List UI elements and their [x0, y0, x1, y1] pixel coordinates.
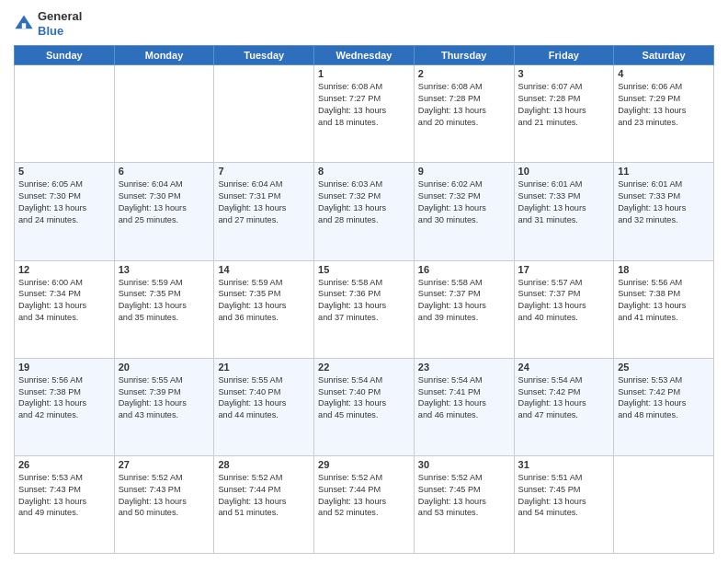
day-number: 28 [218, 459, 310, 470]
cell-info: Sunrise: 6:02 AMSunset: 7:32 PMDaylight:… [418, 178, 510, 226]
weekday-header-tuesday: Tuesday [214, 46, 314, 65]
calendar-cell: 10Sunrise: 6:01 AMSunset: 7:33 PMDayligh… [514, 163, 614, 260]
cell-info: Sunrise: 5:52 AMSunset: 7:44 PMDaylight:… [318, 472, 410, 520]
day-number: 11 [618, 166, 710, 177]
calendar-cell: 21Sunrise: 5:55 AMSunset: 7:40 PMDayligh… [214, 358, 314, 455]
calendar-cell: 30Sunrise: 5:52 AMSunset: 7:45 PMDayligh… [414, 455, 514, 553]
weekday-header-thursday: Thursday [414, 46, 514, 65]
cell-info: Sunrise: 5:55 AMSunset: 7:40 PMDaylight:… [218, 374, 310, 422]
calendar-cell: 25Sunrise: 5:53 AMSunset: 7:42 PMDayligh… [614, 358, 714, 455]
logo-text: General Blue [38, 9, 82, 38]
logo-blue: Blue [38, 24, 63, 38]
cell-info: Sunrise: 5:51 AMSunset: 7:45 PMDaylight:… [518, 472, 610, 520]
cell-info: Sunrise: 5:55 AMSunset: 7:39 PMDaylight:… [119, 374, 210, 422]
day-number: 18 [618, 264, 710, 275]
logo: General Blue [14, 9, 82, 38]
day-number: 14 [218, 264, 310, 275]
day-number: 31 [518, 459, 610, 470]
cell-info: Sunrise: 6:05 AMSunset: 7:30 PMDaylight:… [18, 178, 110, 226]
calendar-cell: 11Sunrise: 6:01 AMSunset: 7:33 PMDayligh… [614, 163, 714, 260]
calendar-cell: 2Sunrise: 6:08 AMSunset: 7:28 PMDaylight… [414, 65, 514, 163]
calendar-cell: 14Sunrise: 5:59 AMSunset: 7:35 PMDayligh… [214, 260, 314, 358]
calendar-cell: 1Sunrise: 6:08 AMSunset: 7:27 PMDaylight… [314, 65, 415, 163]
calendar-cell: 5Sunrise: 6:05 AMSunset: 7:30 PMDaylight… [15, 163, 115, 260]
day-number: 20 [119, 362, 210, 373]
calendar-cell: 24Sunrise: 5:54 AMSunset: 7:42 PMDayligh… [514, 358, 614, 455]
day-number: 23 [418, 362, 510, 373]
day-number: 8 [318, 166, 410, 177]
calendar-cell: 29Sunrise: 5:52 AMSunset: 7:44 PMDayligh… [314, 455, 415, 553]
cell-info: Sunrise: 5:58 AMSunset: 7:37 PMDaylight:… [418, 277, 510, 325]
calendar-cell: 4Sunrise: 6:06 AMSunset: 7:29 PMDaylight… [614, 65, 714, 163]
calendar-cell: 17Sunrise: 5:57 AMSunset: 7:37 PMDayligh… [514, 260, 614, 358]
calendar-cell [214, 65, 314, 163]
cell-info: Sunrise: 6:08 AMSunset: 7:28 PMDaylight:… [418, 81, 510, 129]
calendar-body: 1Sunrise: 6:08 AMSunset: 7:27 PMDaylight… [15, 65, 714, 554]
calendar-cell: 19Sunrise: 5:56 AMSunset: 7:38 PMDayligh… [15, 358, 115, 455]
day-number: 5 [18, 166, 110, 177]
weekday-header-wednesday: Wednesday [314, 46, 415, 65]
day-number: 24 [518, 362, 610, 373]
cell-info: Sunrise: 6:01 AMSunset: 7:33 PMDaylight:… [618, 178, 710, 226]
calendar-cell: 18Sunrise: 5:56 AMSunset: 7:38 PMDayligh… [614, 260, 714, 358]
cell-info: Sunrise: 5:53 AMSunset: 7:43 PMDaylight:… [18, 472, 110, 520]
page: General Blue SundayMondayTuesdayWednesda… [0, 0, 728, 563]
day-number: 16 [418, 264, 510, 275]
cell-info: Sunrise: 5:57 AMSunset: 7:37 PMDaylight:… [518, 277, 610, 325]
cell-info: Sunrise: 5:56 AMSunset: 7:38 PMDaylight:… [618, 277, 710, 325]
calendar-cell: 26Sunrise: 5:53 AMSunset: 7:43 PMDayligh… [15, 455, 115, 553]
calendar-cell: 8Sunrise: 6:03 AMSunset: 7:32 PMDaylight… [314, 163, 415, 260]
cell-info: Sunrise: 5:59 AMSunset: 7:35 PMDaylight:… [119, 277, 210, 325]
day-number: 10 [518, 166, 610, 177]
weekday-header-friday: Friday [514, 46, 614, 65]
week-row-4: 19Sunrise: 5:56 AMSunset: 7:38 PMDayligh… [15, 358, 714, 455]
cell-info: Sunrise: 5:52 AMSunset: 7:44 PMDaylight:… [218, 472, 310, 520]
day-number: 1 [318, 68, 410, 79]
calendar-cell: 16Sunrise: 5:58 AMSunset: 7:37 PMDayligh… [414, 260, 514, 358]
day-number: 2 [418, 68, 510, 79]
day-number: 13 [119, 264, 210, 275]
calendar: SundayMondayTuesdayWednesdayThursdayFrid… [14, 45, 714, 554]
cell-info: Sunrise: 5:59 AMSunset: 7:35 PMDaylight:… [218, 277, 310, 325]
cell-info: Sunrise: 6:07 AMSunset: 7:28 PMDaylight:… [518, 81, 610, 129]
logo-icon [14, 14, 34, 34]
day-number: 7 [218, 166, 310, 177]
cell-info: Sunrise: 6:04 AMSunset: 7:30 PMDaylight:… [119, 178, 210, 226]
calendar-cell [15, 65, 115, 163]
cell-info: Sunrise: 6:01 AMSunset: 7:33 PMDaylight:… [518, 178, 610, 226]
calendar-cell: 3Sunrise: 6:07 AMSunset: 7:28 PMDaylight… [514, 65, 614, 163]
week-row-1: 1Sunrise: 6:08 AMSunset: 7:27 PMDaylight… [15, 65, 714, 163]
cell-info: Sunrise: 6:03 AMSunset: 7:32 PMDaylight:… [318, 178, 410, 226]
cell-info: Sunrise: 5:56 AMSunset: 7:38 PMDaylight:… [18, 374, 110, 422]
cell-info: Sunrise: 6:08 AMSunset: 7:27 PMDaylight:… [318, 81, 410, 129]
calendar-cell [114, 65, 214, 163]
calendar-cell: 28Sunrise: 5:52 AMSunset: 7:44 PMDayligh… [214, 455, 314, 553]
day-number: 3 [518, 68, 610, 79]
day-number: 6 [119, 166, 210, 177]
calendar-cell: 15Sunrise: 5:58 AMSunset: 7:36 PMDayligh… [314, 260, 415, 358]
day-number: 15 [318, 264, 410, 275]
cell-info: Sunrise: 6:04 AMSunset: 7:31 PMDaylight:… [218, 178, 310, 226]
calendar-cell: 27Sunrise: 5:52 AMSunset: 7:43 PMDayligh… [114, 455, 214, 553]
calendar-cell: 22Sunrise: 5:54 AMSunset: 7:40 PMDayligh… [314, 358, 415, 455]
calendar-cell: 9Sunrise: 6:02 AMSunset: 7:32 PMDaylight… [414, 163, 514, 260]
calendar-cell: 13Sunrise: 5:59 AMSunset: 7:35 PMDayligh… [114, 260, 214, 358]
cell-info: Sunrise: 5:54 AMSunset: 7:40 PMDaylight:… [318, 374, 410, 422]
calendar-cell: 6Sunrise: 6:04 AMSunset: 7:30 PMDaylight… [114, 163, 214, 260]
day-number: 29 [318, 459, 410, 470]
calendar-cell: 7Sunrise: 6:04 AMSunset: 7:31 PMDaylight… [214, 163, 314, 260]
header: General Blue [14, 9, 714, 38]
cell-info: Sunrise: 5:58 AMSunset: 7:36 PMDaylight:… [318, 277, 410, 325]
week-row-3: 12Sunrise: 6:00 AMSunset: 7:34 PMDayligh… [15, 260, 714, 358]
day-number: 25 [618, 362, 710, 373]
svg-rect-1 [22, 23, 26, 29]
calendar-cell: 12Sunrise: 6:00 AMSunset: 7:34 PMDayligh… [15, 260, 115, 358]
cell-info: Sunrise: 5:52 AMSunset: 7:43 PMDaylight:… [119, 472, 210, 520]
calendar-header: SundayMondayTuesdayWednesdayThursdayFrid… [15, 46, 714, 65]
day-number: 4 [618, 68, 710, 79]
day-number: 21 [218, 362, 310, 373]
logo-general: General [38, 9, 82, 23]
day-number: 27 [119, 459, 210, 470]
cell-info: Sunrise: 6:06 AMSunset: 7:29 PMDaylight:… [618, 81, 710, 129]
weekday-header-row: SundayMondayTuesdayWednesdayThursdayFrid… [15, 46, 714, 65]
